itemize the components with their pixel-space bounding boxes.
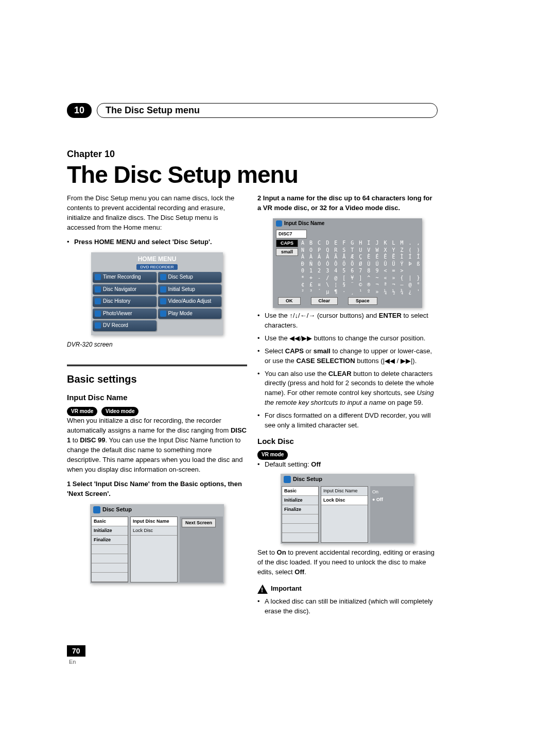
disc-icon — [284, 476, 291, 483]
page-number: 70 — [67, 645, 85, 657]
page-title: The Disc Setup menu — [67, 161, 530, 188]
left-column: From the Disc Setup menu you can name di… — [67, 194, 247, 620]
chapter-title-bar: The Disc Setup menu — [97, 103, 438, 118]
hm-play-mode: Play Mode — [158, 308, 222, 319]
character-grid: A B C D E F G H I J K L M . , ? ! N O P … — [301, 239, 438, 295]
ds-tab-initialize: Initialize — [92, 526, 128, 536]
history-icon — [95, 298, 101, 304]
section-divider — [67, 365, 247, 367]
disc-name-field: DISC7 — [276, 230, 307, 238]
home-menu-subtitle: DVD RECORDER — [136, 264, 178, 270]
home-menu-title: HOME MENU — [93, 254, 221, 264]
hm-video-audio-adjust: Video/Audio Adjust — [158, 296, 222, 307]
bullet-cursor-pos: Use the ◀◀/▶▶ buttons to change the curs… — [265, 334, 438, 343]
right-column: 2 Input a name for the disc up to 64 cha… — [257, 194, 438, 620]
hm-initial-setup: Initial Setup — [158, 284, 222, 295]
hm-disc-navigator: Disc Navigator — [93, 284, 157, 295]
chapter-label: Chapter 10 — [67, 149, 530, 160]
disc-icon — [93, 506, 100, 513]
vr-mode-badge: VR mode — [257, 450, 288, 460]
hm-photoviewer: PhotoViewer — [93, 308, 157, 319]
video-mode-badge: Video mode — [101, 407, 139, 417]
hm-disc-history: Disc History — [93, 296, 157, 307]
ds-tab-basic: Basic — [92, 517, 128, 526]
bullet-case: Select CAPS or small to change to upper … — [265, 347, 438, 366]
nav-icon — [95, 286, 101, 293]
disc-icon — [160, 274, 166, 280]
vr-mode-badge: VR mode — [67, 407, 97, 417]
ds-opt-lock-disc: Lock Disc — [321, 496, 368, 505]
important-bullet: A locked disc can still be initialized (… — [265, 597, 438, 616]
home-menu-screenshot: HOME MENU DVD RECORDER Timer Recording D… — [91, 252, 223, 335]
mode-badges: VR mode Video mode — [67, 406, 247, 417]
slider-icon — [160, 298, 166, 304]
input-disc-name-heading: Input Disc Name — [67, 392, 247, 403]
default-setting: Default setting: Off — [265, 460, 438, 470]
clear-button: Clear — [311, 297, 338, 305]
ds-tab-initialize: Initialize — [282, 496, 318, 505]
lock-paragraph: Set to On to prevent accidental recordin… — [257, 548, 438, 577]
gear-icon — [160, 286, 166, 293]
language-code: En — [69, 659, 76, 665]
disc-setup-screenshot-1: Disc Setup Basic Initialize Finalize Inp… — [90, 504, 224, 583]
bullet-other-recorder: For discs formatted on a different DVD r… — [265, 411, 438, 431]
figure-caption: DVR-320 screen — [67, 340, 247, 349]
disc-setup-screenshot-2: Disc Setup Basic Initialize Finalize Inp… — [281, 474, 414, 544]
small-button: small — [276, 248, 298, 256]
ds-tab-finalize: Finalize — [92, 536, 128, 545]
ds-opt-input-disc-name: Input Disc Name — [131, 517, 177, 526]
step2-text: 2 Input a name for the disc up to 64 cha… — [257, 194, 438, 213]
chapter-header: 10 The Disc Setup menu — [67, 103, 438, 118]
step1-text: 1 Select 'Input Disc Name' from the Basi… — [67, 479, 247, 499]
clock-icon — [95, 274, 101, 280]
ds-opt-input-disc-name: Input Disc Name — [321, 487, 368, 496]
lock-on-option: On — [372, 488, 411, 496]
bullet-dot: • — [67, 237, 74, 247]
bullet-clear: You can also use the CLEAR button to del… — [265, 369, 438, 408]
disc-icon — [276, 220, 282, 227]
hm-timer-recording: Timer Recording — [93, 272, 157, 283]
input-name-screenshot: Input Disc Name DISC7 CAPS small A B C D… — [273, 218, 422, 308]
next-screen-button: Next Screen — [182, 519, 216, 527]
idn-paragraph: When you initialize a disc for recording… — [67, 416, 247, 474]
important-heading: Important — [257, 584, 438, 594]
intro-text: From the Disc Setup menu you can name di… — [67, 194, 247, 232]
space-button: Space — [348, 297, 377, 305]
step-press-home: Press HOME MENU and select 'Disc Setup'. — [74, 237, 247, 247]
hm-disc-setup: Disc Setup — [158, 272, 222, 283]
chapter-number-pill: 10 — [67, 103, 92, 118]
caps-button: CAPS — [276, 239, 298, 247]
ds-tab-basic: Basic — [282, 487, 318, 496]
ok-button: OK — [278, 297, 301, 305]
hm-dv-record: DV Record — [93, 320, 157, 331]
ds-opt-lock-disc: Lock Disc — [131, 526, 177, 536]
bullet-cursor-enter: Use the ↑/↓/←/→ (cursor buttons) and ENT… — [265, 311, 438, 331]
play-icon — [160, 311, 166, 317]
record-icon — [95, 322, 101, 329]
photo-icon — [95, 311, 101, 317]
ds-title: Disc Setup — [102, 506, 132, 514]
ds-tab-finalize: Finalize — [282, 505, 318, 514]
lock-disc-heading: Lock Disc — [257, 436, 438, 447]
warning-icon — [257, 585, 268, 594]
page-footer: 70 En — [67, 645, 530, 666]
basic-settings-heading: Basic settings — [67, 372, 247, 387]
lock-off-option: Off — [372, 496, 411, 504]
